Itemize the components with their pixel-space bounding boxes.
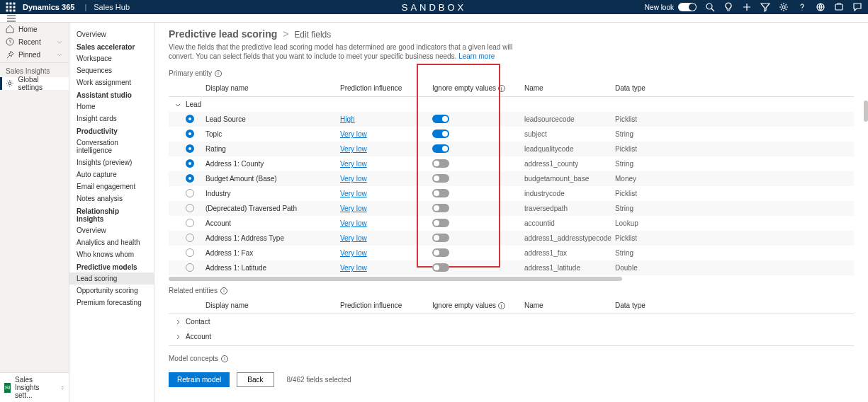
back-button[interactable]: Back <box>237 372 274 387</box>
col-ignore[interactable]: Ignore empty values i <box>432 302 524 310</box>
nav-global-settings[interactable]: Global settings <box>0 77 69 90</box>
ignore-toggle[interactable] <box>432 144 449 153</box>
row-select[interactable] <box>186 144 205 154</box>
col-name[interactable]: Name <box>524 84 615 92</box>
influence-link[interactable]: Very low <box>340 205 367 212</box>
row-select[interactable] <box>186 174 205 184</box>
side-lead-scoring[interactable]: Lead scoring <box>69 272 154 285</box>
side-home[interactable]: Home <box>69 100 154 113</box>
screenshot-icon[interactable] <box>834 2 844 12</box>
ignore-toggle[interactable] <box>432 159 449 168</box>
influence-link[interactable]: Very low <box>340 264 367 272</box>
info-icon[interactable]: i <box>498 302 505 309</box>
side-auto-capture[interactable]: Auto capture <box>69 168 154 180</box>
info-icon[interactable]: i <box>498 85 505 92</box>
side-opp-scoring[interactable]: Opportunity scoring <box>69 285 154 297</box>
influence-link[interactable]: High <box>340 115 355 123</box>
help-icon[interactable] <box>797 2 807 12</box>
influence-link[interactable]: Very low <box>340 130 367 138</box>
radio-icon <box>186 174 194 183</box>
row-select[interactable] <box>186 248 205 258</box>
col-name[interactable]: Name <box>524 302 615 309</box>
svg-point-14 <box>9 82 11 85</box>
globe-icon[interactable] <box>816 2 825 12</box>
side-insight-cards[interactable]: Insight cards <box>69 113 154 125</box>
row-select[interactable] <box>186 219 205 229</box>
app-name[interactable]: Sales Hub <box>94 3 130 11</box>
col-display-name[interactable]: Display name <box>205 302 340 309</box>
app-launcher-icon[interactable] <box>6 2 16 12</box>
ignore-toggle[interactable] <box>432 248 449 257</box>
row-select[interactable] <box>186 204 205 214</box>
col-type[interactable]: Data type <box>615 84 658 92</box>
nav-area-switcher[interactable]: SI Sales Insights sett... <box>0 372 69 402</box>
influence-link[interactable]: Very low <box>340 160 367 168</box>
ignore-toggle[interactable] <box>432 174 449 183</box>
influence-link[interactable]: Very low <box>340 145 367 153</box>
nav-pinned[interactable]: Pinned <box>0 48 69 61</box>
col-display-name[interactable]: Display name <box>205 84 340 92</box>
group-contact[interactable]: Contact <box>169 314 854 329</box>
side-overview[interactable]: Overview <box>69 28 154 40</box>
menu-icon[interactable] <box>7 15 16 22</box>
ignore-toggle[interactable] <box>432 130 449 138</box>
col-type[interactable]: Data type <box>615 302 658 309</box>
ignore-toggle[interactable] <box>432 219 449 227</box>
info-icon[interactable]: i <box>220 287 227 294</box>
ignore-toggle[interactable] <box>432 115 449 123</box>
ignore-toggle[interactable] <box>432 263 449 272</box>
row-select[interactable] <box>186 115 205 125</box>
horizontal-scrollbar[interactable] <box>169 277 622 281</box>
chat-icon[interactable] <box>852 2 862 12</box>
row-select[interactable] <box>186 130 205 139</box>
settings-icon[interactable] <box>779 2 789 12</box>
col-influence[interactable]: Prediction influence <box>340 84 432 92</box>
learn-more-link[interactable]: Learn more <box>458 52 495 60</box>
row-select[interactable] <box>186 263 205 273</box>
nav-recent[interactable]: Recent <box>0 35 69 48</box>
ignore-toggle[interactable] <box>432 204 449 212</box>
table-row: Address 1: CountyVery lowaddress1_county… <box>169 156 854 171</box>
side-overview2[interactable]: Overview <box>69 224 154 236</box>
side-who-knows[interactable]: Who knows whom <box>69 248 154 260</box>
search-icon[interactable] <box>705 2 715 12</box>
retrain-button[interactable]: Retrain model <box>169 372 230 387</box>
influence-link[interactable]: Very low <box>340 234 367 242</box>
side-conv-intel[interactable]: Conversation intelligence <box>69 137 154 156</box>
info-icon[interactable]: i <box>215 70 222 77</box>
ignore-toggle[interactable] <box>432 189 449 197</box>
influence-link[interactable]: Very low <box>340 219 367 227</box>
side-insights-preview[interactable]: Insights (preview) <box>69 156 154 168</box>
footer-bar: Retrain model Back 8/462 fields selected <box>169 365 854 394</box>
side-workspace[interactable]: Workspace <box>69 52 154 64</box>
col-ignore[interactable]: Ignore empty values i <box>432 84 524 93</box>
side-email-engagement[interactable]: Email engagement <box>69 180 154 193</box>
col-influence[interactable]: Prediction influence <box>340 302 432 309</box>
influence-link[interactable]: Very low <box>340 190 367 197</box>
filter-icon[interactable] <box>760 2 770 12</box>
nav-home[interactable]: Home <box>0 23 69 35</box>
row-select[interactable] <box>186 189 205 199</box>
group-account[interactable]: Account <box>169 329 854 344</box>
svg-rect-1 <box>10 3 11 4</box>
ignore-toggle[interactable] <box>432 234 449 242</box>
side-premium-forecast[interactable]: Premium forecasting <box>69 297 154 309</box>
new-look-toggle[interactable]: New look <box>645 3 697 11</box>
product-name[interactable]: Dynamics 365 <box>23 3 74 11</box>
group-lead[interactable]: Lead <box>169 97 854 112</box>
influence-link[interactable]: Very low <box>340 175 367 183</box>
side-notes-analysis[interactable]: Notes analysis <box>69 193 154 205</box>
info-icon[interactable]: i <box>221 355 228 362</box>
influence-link[interactable]: Very low <box>340 249 367 257</box>
cell-influence: Very low <box>340 130 432 138</box>
row-select[interactable] <box>186 234 205 243</box>
table-row: AccountVery lowaccountidLookup <box>169 216 854 231</box>
breadcrumb-parent[interactable]: Predictive lead scoring <box>169 28 277 40</box>
lightbulb-icon[interactable] <box>723 2 733 12</box>
row-select[interactable] <box>186 159 205 169</box>
side-sequences[interactable]: Sequences <box>69 64 154 76</box>
vertical-scrollbar[interactable] <box>864 100 868 299</box>
add-icon[interactable] <box>742 2 752 12</box>
side-analytics-health[interactable]: Analytics and health <box>69 236 154 248</box>
side-work-assignment[interactable]: Work assignment <box>69 76 154 88</box>
